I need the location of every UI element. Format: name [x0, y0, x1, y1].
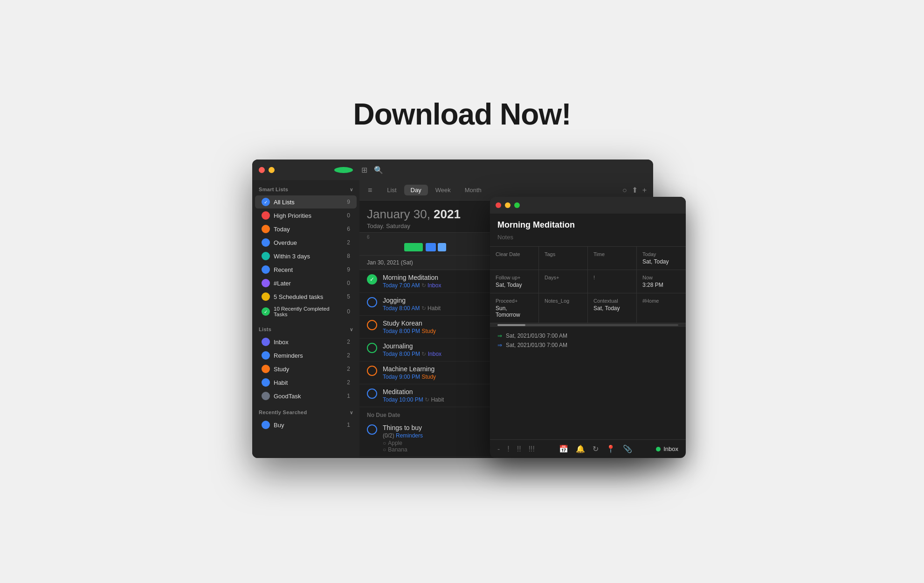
- attachment-icon[interactable]: 📎: [623, 444, 632, 453]
- sidebar-item-reminders[interactable]: Reminders 2: [255, 349, 357, 362]
- smart-lists-chevron[interactable]: ∨: [350, 187, 353, 192]
- sidebar-item-overdue[interactable]: Overdue 2: [255, 236, 357, 249]
- calendar-icon[interactable]: 📅: [559, 444, 568, 453]
- detail-cell-label: Follow up+: [496, 275, 533, 280]
- timestamp-2: ⇒ Sat, 2021/01/30 7:00 AM: [497, 342, 678, 348]
- task-content: Meditation Today 10:00 PM ↻ Habit: [383, 388, 444, 403]
- share-icon[interactable]: ⬆: [632, 186, 638, 194]
- tab-month[interactable]: Month: [458, 185, 488, 195]
- task-checkbox[interactable]: [367, 343, 377, 353]
- add-icon[interactable]: +: [642, 186, 647, 194]
- scrollbar-track: [497, 324, 678, 326]
- detail-cell-time[interactable]: Time: [588, 247, 637, 270]
- minimize-button[interactable]: [269, 167, 275, 173]
- detail-cell-now[interactable]: Now 3:28 PM: [637, 270, 686, 293]
- tl-event-green: [404, 243, 423, 251]
- detail-grid-row2: Follow up+ Sat, Today Days+ ! Now 3:28 P…: [490, 270, 686, 293]
- headline: Download Now!: [353, 97, 571, 132]
- task-title: Journaling: [383, 342, 441, 350]
- detail-cell-label: !: [593, 275, 631, 280]
- smart-lists-label: Smart Lists: [259, 187, 288, 192]
- subtask-bullet: ○: [383, 440, 386, 446]
- inbox-icon: [262, 338, 270, 346]
- priority-minus-button[interactable]: -: [497, 445, 500, 453]
- bell-icon[interactable]: 🔔: [576, 444, 585, 453]
- priority-1-button[interactable]: !: [507, 445, 509, 453]
- lists-chevron[interactable]: ∨: [350, 327, 353, 332]
- detail-cell-tags[interactable]: Tags: [539, 247, 588, 270]
- scheduled-count: 5: [343, 293, 350, 300]
- close-button[interactable]: [259, 167, 265, 173]
- detail-close-button[interactable]: [496, 202, 501, 208]
- recently-searched-chevron[interactable]: ∨: [350, 410, 353, 415]
- refresh-icon[interactable]: ↻: [593, 444, 599, 453]
- sidebar-item-buy[interactable]: Buy 1: [255, 418, 357, 431]
- calendar-date-year: 2021: [434, 207, 461, 221]
- detail-cell-today[interactable]: Today Sat, Today: [637, 247, 686, 270]
- sidebar-toggle-icon[interactable]: ⊞: [361, 166, 367, 174]
- sidebar-item-high-priorities[interactable]: High Priorities 0: [255, 209, 357, 222]
- title-bar-icons: ⊞ 🔍: [361, 166, 383, 174]
- sidebar-item-label: Today: [274, 226, 339, 233]
- task-checkbox[interactable]: [367, 389, 377, 399]
- search-icon[interactable]: 🔍: [374, 166, 383, 174]
- detail-minimize-button[interactable]: [505, 202, 510, 208]
- maximize-button[interactable]: [334, 167, 353, 173]
- detail-cell-priority[interactable]: !: [588, 270, 637, 293]
- detail-cell-clear-date[interactable]: Clear Date: [490, 247, 539, 270]
- sidebar-item-habit[interactable]: Habit 2: [255, 376, 357, 389]
- task-list: Inbox: [428, 351, 441, 357]
- sidebar-item-label: High Priorities: [274, 212, 339, 219]
- sidebar-item-recent[interactable]: Recent 9: [255, 263, 357, 276]
- sidebar-item-completed[interactable]: ✓ 10 Recently Completed Tasks 0: [255, 304, 357, 319]
- subtask-bullet: ○: [383, 446, 386, 453]
- detail-maximize-button[interactable]: [514, 202, 520, 208]
- habit-icon: [262, 378, 270, 387]
- sidebar-item-today[interactable]: Today 6: [255, 222, 357, 236]
- task-meta: Today 8:00 PM ↻ Inbox: [383, 351, 441, 357]
- detail-cell-notes-log[interactable]: Notes_Log: [539, 293, 588, 323]
- sidebar-item-scheduled[interactable]: 5 Scheduled tasks 5: [255, 290, 357, 303]
- task-time: Today 10:00 PM: [383, 396, 423, 403]
- task-checkbox[interactable]: ✓: [367, 274, 377, 285]
- tab-list[interactable]: List: [380, 185, 403, 195]
- sidebar-item-later[interactable]: #Later 0: [255, 277, 357, 290]
- circle-icon[interactable]: ○: [622, 186, 627, 194]
- task-list: Habit: [428, 305, 441, 312]
- task-time: Today 9:00 PM: [383, 374, 420, 380]
- detail-cell-followup[interactable]: Follow up+ Sat, Today: [490, 270, 539, 293]
- detail-grid-row1: Clear Date Tags Time Today Sat, Today: [490, 247, 686, 270]
- completed-count: 0: [343, 308, 350, 315]
- sidebar-item-study[interactable]: Study 2: [255, 362, 357, 375]
- detail-cell-home[interactable]: #Home: [637, 293, 686, 323]
- detail-cell-contextual[interactable]: Contextual Sat, Today: [588, 293, 637, 323]
- subtask-banana: ○ Banana: [383, 446, 423, 453]
- detail-cell-days[interactable]: Days+: [539, 270, 588, 293]
- task-checkbox[interactable]: [367, 297, 377, 307]
- tab-day[interactable]: Day: [404, 185, 428, 195]
- task-time: Today 8:00 AM: [383, 305, 420, 312]
- sidebar-item-label: Within 3 days: [274, 253, 339, 260]
- menu-icon[interactable]: ≡: [366, 184, 374, 196]
- scrollbar-thumb[interactable]: [497, 324, 525, 326]
- high-priorities-icon: [262, 211, 270, 220]
- recently-searched-header: Recently Searched ∨: [252, 403, 359, 418]
- detail-cell-label: Proceed+: [496, 298, 533, 304]
- priority-3-button[interactable]: !!!: [529, 445, 535, 453]
- location-icon[interactable]: 📍: [606, 444, 615, 453]
- priority-2-button[interactable]: !!: [517, 445, 521, 453]
- task-meta: Today 10:00 PM ↻ Habit: [383, 396, 444, 403]
- task-checkbox[interactable]: [367, 320, 377, 330]
- tab-week[interactable]: Week: [429, 185, 457, 195]
- detail-cell-value: Sun, Tomorrow: [496, 305, 533, 318]
- detail-cell-proceed[interactable]: Proceed+ Sun, Tomorrow: [490, 293, 539, 323]
- task-checkbox[interactable]: [367, 366, 377, 376]
- task-title: Machine Learning: [383, 365, 436, 373]
- sidebar-item-all-lists[interactable]: ✓ All Lists 9: [255, 195, 357, 208]
- detail-cell-label: Contextual: [593, 298, 631, 304]
- task-checkbox[interactable]: [367, 424, 377, 435]
- task-title: Jogging: [383, 297, 441, 304]
- sidebar-item-inbox[interactable]: Inbox 2: [255, 335, 357, 348]
- sidebar-item-goodtask[interactable]: GoodTask 1: [255, 389, 357, 403]
- sidebar-item-within3days[interactable]: Within 3 days 8: [255, 250, 357, 263]
